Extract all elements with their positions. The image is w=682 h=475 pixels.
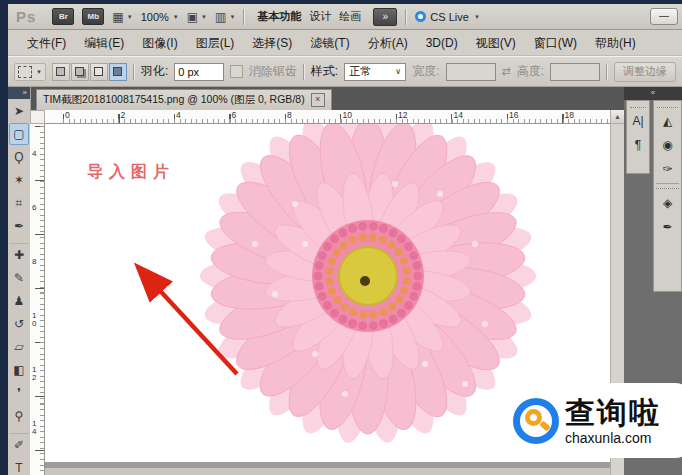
divider xyxy=(303,64,305,80)
menu-item[interactable]: 视图(V) xyxy=(467,30,525,56)
history-brush-tool[interactable]: ↺ xyxy=(9,313,29,335)
scroll-up-arrow-icon[interactable]: ▲ xyxy=(611,110,624,124)
close-icon[interactable]: × xyxy=(311,93,325,107)
mini-bridge-button[interactable]: Mb xyxy=(82,8,104,25)
minimize-button[interactable]: — xyxy=(650,8,678,25)
ruler-tick-label: 12 xyxy=(32,366,40,382)
menu-item[interactable]: 窗口(W) xyxy=(525,30,586,56)
menu-item[interactable]: 3D(D) xyxy=(417,30,467,56)
vertical-ruler: 468101214 xyxy=(30,124,45,475)
add-to-selection-button[interactable] xyxy=(71,63,89,81)
magic-wand-tool[interactable]: ✶ xyxy=(9,169,29,191)
application-bar: Ps Br Mb ▦ ▼ 100% ▼ ▣ ▼ ▥ ▼ 基本功能设计绘画 » C… xyxy=(8,4,682,30)
healing-brush-tool[interactable]: ✚ xyxy=(9,243,29,266)
paths-panel-icon[interactable]: ✒ xyxy=(657,216,679,238)
paragraph-panel-icon[interactable]: ¶ xyxy=(627,134,649,156)
tool-preset-picker[interactable]: ▼ xyxy=(14,63,46,81)
subtract-from-selection-button[interactable] xyxy=(90,63,108,81)
workspace-button[interactable]: 设计 xyxy=(305,9,335,24)
panel-grip[interactable] xyxy=(657,102,678,108)
launch-bridge-control[interactable]: ▦ ▼ xyxy=(112,10,132,24)
divider xyxy=(243,9,245,25)
refine-edge-button[interactable]: 调整边缘 xyxy=(614,62,676,82)
style-value: 正常 xyxy=(349,64,371,79)
bridge-button[interactable]: Br xyxy=(52,8,74,25)
adjustments-panel-icon[interactable]: ◭ xyxy=(657,110,679,132)
ruler-tick-label: 12 xyxy=(398,110,407,120)
masks-panel-icon[interactable]: ◉ xyxy=(657,134,679,156)
window-left-edge xyxy=(0,4,8,475)
styles-panel-icon[interactable]: ◈ xyxy=(657,192,679,214)
swap-dimensions-icon[interactable]: ⇄ xyxy=(502,65,511,78)
menu-item[interactable]: 滤镜(T) xyxy=(301,30,358,56)
menu-item[interactable]: 选择(S) xyxy=(243,30,301,56)
type-tool[interactable]: T xyxy=(9,457,29,475)
antialias-checkbox[interactable] xyxy=(230,65,243,78)
lasso-tool[interactable]: Ϙ xyxy=(9,146,29,168)
workspace-button[interactable]: 绘画 xyxy=(335,9,365,24)
blur-tool[interactable]: ❜ xyxy=(9,382,29,404)
ruler-tick-label: 6 xyxy=(232,110,237,120)
gradient-tool[interactable]: ◧ xyxy=(9,359,29,381)
ruler-tick-label: 6 xyxy=(32,204,40,212)
chevron-down-icon: ∨ xyxy=(395,67,401,76)
width-label: 宽度: xyxy=(412,63,439,80)
screen-mode-icon: ▥ xyxy=(215,10,226,24)
menu-item[interactable]: 图层(L) xyxy=(187,30,244,56)
watermark-domain: chaxunla.com xyxy=(565,431,661,445)
menu-item[interactable]: 图像(I) xyxy=(133,30,186,56)
style-select[interactable]: 正常 ∨ xyxy=(344,63,406,81)
clone-stamp-tool[interactable]: ♟ xyxy=(9,290,29,312)
feather-input[interactable] xyxy=(174,63,224,81)
annotation-text: 导入图片 xyxy=(87,162,175,183)
panels-collapse-button[interactable]: « xyxy=(624,87,682,100)
menu-item[interactable]: 帮助(H) xyxy=(586,30,645,56)
cs-live-dropdown[interactable]: CS Live ▼ xyxy=(415,11,479,23)
ruler-tick-label: 18 xyxy=(565,110,574,120)
height-input[interactable] xyxy=(550,63,600,81)
ruler-tick-label: 14 xyxy=(454,110,463,120)
brush-panel-icon[interactable]: ✑ xyxy=(657,158,679,180)
ruler-tick-label: 2 xyxy=(121,110,126,120)
panel-grip[interactable] xyxy=(630,102,646,108)
move-tool[interactable]: ➤ xyxy=(9,100,29,122)
watermark-brand: 查询啦 xyxy=(565,397,661,429)
intersect-selection-button[interactable] xyxy=(109,63,127,81)
menu-item[interactable]: 文件(F) xyxy=(18,30,75,56)
chevron-down-icon: ▼ xyxy=(36,69,42,75)
crop-tool[interactable]: ⌗ xyxy=(9,192,29,214)
chevron-down-icon: ▼ xyxy=(229,14,235,20)
ruler-tick-label: 4 xyxy=(176,110,181,120)
screen-mode-control[interactable]: ▥ ▼ xyxy=(215,10,235,24)
workspace-overflow-button[interactable]: » xyxy=(373,8,397,26)
menu-item[interactable]: 编辑(E) xyxy=(75,30,133,56)
photoshop-logo: Ps xyxy=(16,8,36,25)
arrange-documents-control[interactable]: ▣ ▼ xyxy=(187,10,207,24)
new-selection-button[interactable] xyxy=(52,63,70,81)
pen-tool[interactable]: ✐ xyxy=(9,433,29,456)
eyedropper-tool[interactable]: ✒ xyxy=(9,215,29,237)
canvas-background xyxy=(45,468,610,475)
tools-collapse-button[interactable]: » xyxy=(8,87,30,99)
ruler-tick-label: 4 xyxy=(32,150,40,158)
dodge-tool[interactable]: ⚲ xyxy=(9,405,29,427)
character-panel-icon[interactable]: A| xyxy=(627,110,649,132)
chevron-down-icon: ▼ xyxy=(127,14,133,20)
watermark-badge: 查询啦 chaxunla.com xyxy=(503,383,682,458)
document-title: TIM截图20181008175415.png @ 100% (图层 0, RG… xyxy=(43,93,305,107)
eraser-tool[interactable]: ▱ xyxy=(9,336,29,358)
launch-grid-icon: ▦ xyxy=(112,10,123,24)
divider xyxy=(606,64,608,80)
width-input[interactable] xyxy=(446,63,496,81)
brush-tool[interactable]: ✎ xyxy=(9,267,29,289)
magnifier-handle xyxy=(539,420,550,431)
zoom-level-dropdown[interactable]: 100% ▼ xyxy=(141,11,179,23)
ruler-tick-label: 16 xyxy=(509,110,518,120)
menu-item[interactable]: 分析(A) xyxy=(359,30,417,56)
rectangular-marquee-tool[interactable]: ▢ xyxy=(9,123,29,145)
watermark-logo-icon xyxy=(513,398,559,444)
workspace-button[interactable]: 基本功能 xyxy=(253,9,305,24)
document-tab[interactable]: TIM截图20181008175415.png @ 100% (图层 0, RG… xyxy=(36,89,332,110)
style-label: 样式: xyxy=(311,63,338,80)
tools-panel: » ➤▢Ϙ✶⌗✒✚✎♟↺▱◧❜⚲✐T xyxy=(8,87,31,475)
